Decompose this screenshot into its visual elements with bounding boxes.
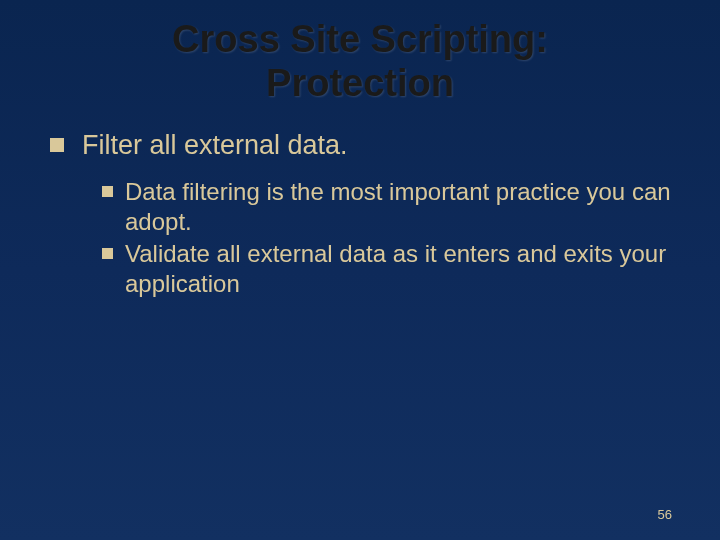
slide-title: Cross Site Scripting: Protection xyxy=(40,18,680,105)
bullet-level2: Data filtering is the most important pra… xyxy=(102,177,680,237)
bullet-level2-text: Validate all external data as it enters … xyxy=(125,239,680,299)
title-line-2: Protection xyxy=(266,62,454,104)
square-bullet-icon xyxy=(50,138,64,152)
square-bullet-icon xyxy=(102,248,113,259)
title-line-1: Cross Site Scripting: xyxy=(172,18,548,60)
slide: Cross Site Scripting: Protection Filter … xyxy=(0,0,720,540)
bullet-level2-text: Data filtering is the most important pra… xyxy=(125,177,680,237)
bullet-level1-text: Filter all external data. xyxy=(82,129,348,163)
bullet-level1: Filter all external data. xyxy=(50,129,680,163)
square-bullet-icon xyxy=(102,186,113,197)
bullet-level2-container: Data filtering is the most important pra… xyxy=(102,177,680,299)
page-number: 56 xyxy=(658,507,672,522)
bullet-level2: Validate all external data as it enters … xyxy=(102,239,680,299)
